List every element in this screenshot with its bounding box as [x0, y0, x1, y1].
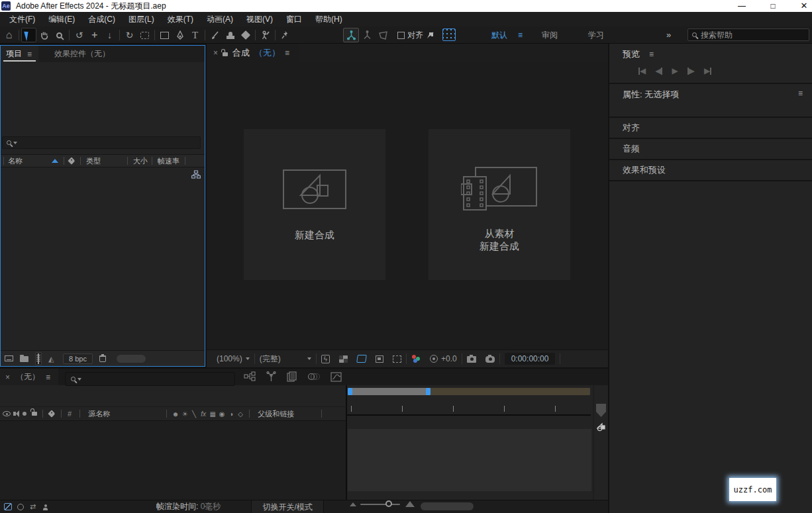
properties-panel-title[interactable]: 属性: 无选择项 — [623, 89, 679, 101]
frame-blending-icon[interactable] — [287, 371, 297, 382]
local-axis-mode-icon[interactable] — [343, 28, 359, 42]
camera-tool-icon[interactable] — [137, 28, 152, 42]
roto-brush-tool-icon[interactable] — [258, 28, 273, 42]
timeline-panel-menu-icon[interactable]: ≡ — [46, 373, 50, 382]
type-tool-icon[interactable]: T — [187, 28, 203, 42]
menu-edit[interactable]: 编辑(E) — [42, 12, 81, 26]
in-out-arrows-icon[interactable]: ⇄ — [28, 502, 38, 512]
timeline-zoom-slider[interactable] — [350, 501, 415, 507]
live-update-icon[interactable] — [3, 502, 13, 512]
effects-switch-icon[interactable]: fx — [199, 410, 208, 418]
tab-project[interactable]: 项目 ≡ — [1, 46, 38, 62]
video-visibility-column-icon[interactable] — [3, 411, 11, 416]
comp-button-icon[interactable] — [595, 422, 607, 432]
play-button[interactable]: ▶ — [672, 66, 678, 75]
snap-checkbox[interactable] — [397, 32, 405, 39]
shy-switch-icon[interactable]: ☻ — [171, 410, 180, 418]
new-composition-card[interactable]: 新建合成 — [244, 129, 385, 280]
draft-3d-icon[interactable] — [266, 371, 276, 382]
tab-timeline[interactable]: × （无） ≡ — [0, 369, 58, 385]
current-time-field[interactable]: 0:00:00:00 — [505, 353, 556, 365]
work-area-start-handle[interactable] — [348, 388, 352, 395]
view-axis-mode-icon[interactable] — [375, 28, 391, 42]
delete-icon[interactable] — [99, 355, 106, 362]
timeline-track-area[interactable] — [348, 429, 591, 491]
menu-effect[interactable]: 效果(T) — [161, 12, 200, 26]
source-name-column[interactable]: 源名称 — [88, 409, 166, 419]
tab-close-icon[interactable]: × — [5, 373, 10, 382]
preview-panel-title[interactable]: 预览 — [623, 48, 640, 60]
collapse-transformations-switch-icon[interactable]: ☀ — [180, 410, 189, 418]
search-options-arrow-icon[interactable] — [13, 142, 17, 144]
next-frame-button[interactable]: ▶ — [687, 66, 695, 75]
parent-link-column[interactable]: 父级和链接 — [258, 409, 321, 419]
workspace-tab-default[interactable]: 默认 — [491, 26, 507, 44]
effects-presets-panel-header[interactable]: 效果和预设 — [609, 160, 812, 180]
workspace-tab-learn[interactable]: 学习 — [588, 26, 604, 44]
zoom-in-icon[interactable] — [405, 501, 415, 507]
last-frame-button[interactable]: ▶ — [704, 66, 711, 75]
magnification-dropdown[interactable]: (100%) — [212, 354, 254, 363]
adjustment-layer-switch-icon[interactable]: ◑ — [227, 410, 236, 418]
column-framerate[interactable]: 帧速率 — [158, 156, 179, 166]
project-search-input[interactable] — [19, 138, 178, 148]
clone-stamp-tool-icon[interactable] — [223, 28, 238, 42]
preview-panel-menu-icon[interactable]: ≡ — [649, 50, 654, 59]
channel-icon[interactable] — [407, 355, 425, 363]
workspace-default-menu-icon[interactable]: ≡ — [518, 26, 523, 44]
snapshot-icon[interactable] — [462, 355, 481, 363]
new-composition-from-footage-card[interactable]: 从素材 新建合成 — [429, 129, 570, 280]
project-search-box[interactable] — [2, 136, 201, 149]
column-type[interactable]: 类型 — [86, 156, 127, 166]
work-area-bar[interactable] — [348, 388, 590, 395]
first-frame-button[interactable]: ◀ — [638, 66, 646, 75]
orbit-camera-tool-icon[interactable]: ↺ — [72, 28, 87, 42]
project-panel-menu-icon[interactable]: ≡ — [27, 50, 32, 59]
timeline-search-input[interactable] — [83, 374, 216, 384]
exposure-icon[interactable]: +0.0 — [425, 354, 462, 363]
pan-camera-tool-icon[interactable]: ＋ — [87, 28, 102, 42]
frame-blend-switch-icon[interactable]: ▦ — [208, 410, 217, 418]
close-button[interactable]: ✕ — [793, 0, 812, 11]
bit-depth-button[interactable]: 8 bpc — [63, 353, 93, 364]
timeline-horizontal-scrollbar[interactable] — [421, 502, 474, 510]
footer-scroll-pill[interactable] — [117, 355, 146, 363]
project-flowchart-icon[interactable] — [191, 170, 201, 179]
eraser-tool-icon[interactable] — [238, 28, 253, 42]
region-of-interest-icon[interactable] — [371, 355, 388, 363]
minimize-button[interactable]: — — [731, 0, 753, 11]
properties-panel-menu-icon[interactable]: ≡ — [798, 89, 803, 98]
toggle-switches-modes-button[interactable]: 切换开关/模式 — [251, 500, 323, 513]
crop-region-icon[interactable] — [388, 355, 406, 363]
menu-help[interactable]: 帮助(H) — [309, 12, 349, 26]
work-area-segment[interactable] — [348, 388, 431, 395]
tab-effect-controls[interactable]: 效果控件（无） — [54, 48, 110, 60]
comp-marker-bin-icon[interactable] — [596, 404, 606, 417]
mask-visibility-icon[interactable] — [352, 355, 371, 363]
lock-icon[interactable] — [223, 52, 228, 56]
tab-composition[interactable]: × 合成 （无） ≡ — [207, 44, 299, 62]
hand-tool-icon[interactable] — [36, 28, 52, 42]
audio-panel-header[interactable]: 音频 — [609, 139, 812, 159]
fast-preview-icon[interactable]: ϟ — [317, 355, 334, 363]
puppet-pin-tool-icon[interactable] — [278, 28, 293, 42]
grid-guides-options-icon[interactable] — [442, 28, 456, 41]
label-color-column-icon[interactable] — [68, 157, 75, 164]
label-column-icon[interactable] — [48, 410, 55, 417]
maximize-button[interactable]: □ — [762, 0, 784, 11]
menu-composition[interactable]: 合成(C) — [81, 12, 122, 26]
new-composition-icon[interactable] — [35, 352, 42, 365]
column-name[interactable]: 名称 — [8, 156, 52, 166]
rectangle-tool-icon[interactable] — [157, 28, 172, 42]
time-ruler[interactable] — [347, 396, 591, 416]
motion-blur-icon[interactable] — [308, 372, 320, 381]
resolution-dropdown[interactable]: (完整) — [255, 353, 316, 365]
motion-blur-switch-icon[interactable]: ◉ — [217, 410, 227, 418]
adjust-render-icon[interactable] — [15, 502, 25, 512]
composition-mini-flowchart-icon[interactable] — [244, 371, 256, 382]
menu-view[interactable]: 视图(V) — [240, 12, 279, 26]
help-search-box[interactable] — [687, 28, 809, 41]
composition-panel-menu-icon[interactable]: ≡ — [285, 48, 289, 58]
zoom-out-icon[interactable] — [350, 502, 356, 506]
lock-column-icon[interactable] — [32, 412, 37, 416]
